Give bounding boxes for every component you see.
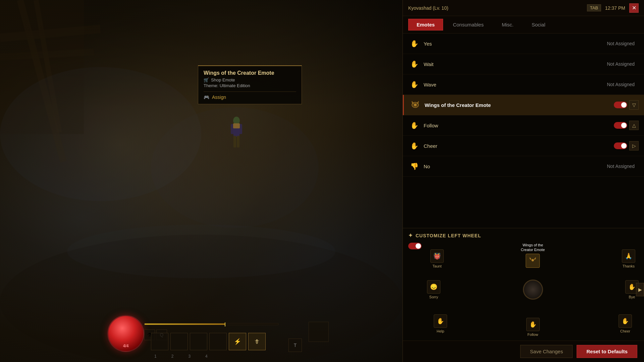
emote-row-yes[interactable]: ✋ Yes Not Assigned: [403, 34, 644, 54]
wheel-item-cheer[interactable]: ✋ Cheer: [619, 314, 632, 333]
wheel-item-taunt[interactable]: 👹 Taunt: [430, 249, 444, 268]
wheel-icon-thanks[interactable]: 🙏: [622, 249, 635, 263]
player-info: Kyovashad (Lv. 10): [408, 5, 448, 11]
save-changes-button[interactable]: Save Changes: [520, 345, 573, 358]
wheel-icon-taunt[interactable]: 👹: [430, 249, 444, 263]
assign-button[interactable]: 🎮 Assign: [204, 95, 296, 100]
tooltip-theme: Theme: Ultimate Edition: [204, 83, 296, 88]
footer-bar: Save Changes Reset to Defaults: [403, 341, 644, 362]
customize-header: ✦ CUSTOMIZE LEFT WHEEL: [408, 232, 639, 239]
emote-name-yes: Yes: [424, 41, 607, 47]
tab-social[interactable]: Social: [523, 19, 554, 31]
shop-icon: 🛒: [204, 77, 209, 82]
wheel-icon-cheer[interactable]: ✋: [619, 314, 632, 328]
reset-defaults-button[interactable]: Reset to Defaults: [577, 345, 637, 358]
assign-icon: 🎮: [204, 95, 209, 100]
emote-status-no: Not Assigned: [607, 164, 635, 169]
emote-status-wave: Not Assigned: [607, 82, 635, 87]
emote-icon-wave: ✋: [408, 78, 420, 90]
emote-row-wait[interactable]: ✋ Wait Not Assigned: [403, 54, 644, 74]
wheel-icon-sorry[interactable]: 😞: [427, 280, 440, 294]
emote-row-cheer[interactable]: ✋ Cheer ▷: [403, 136, 644, 156]
emote-icon-wings: [409, 99, 421, 111]
svg-point-17: [414, 104, 417, 106]
wheel-icon-help[interactable]: ✋: [434, 314, 447, 328]
wheel-item-sorry[interactable]: 😞 Sorry: [427, 280, 440, 299]
top-bar-right: TAB 12:37 PM ✕: [587, 3, 639, 13]
wheel-label-top: Wings of theCreator Emote: [521, 243, 545, 252]
wheel-toggle-area: [408, 243, 422, 249]
svg-rect-13: [233, 136, 236, 147]
svg-rect-15: [233, 123, 240, 128]
toggle-switch-follow[interactable]: [614, 122, 627, 129]
emotes-panel: Kyovashad (Lv. 10) TAB 12:37 PM ✕ Emotes…: [402, 0, 644, 362]
toggle-switch-cheer[interactable]: [614, 142, 627, 149]
emote-name-wait: Wait: [424, 61, 607, 67]
emote-toggle-cheer[interactable]: ▷: [614, 141, 639, 150]
emote-name-wings: Wings of the Creator Emote: [425, 102, 614, 108]
emote-name-no: No: [424, 164, 607, 169]
wheel-area: Wings of theCreator Emote 🙏 Thanks: [408, 243, 639, 337]
tab-misc[interactable]: Misc.: [493, 19, 522, 31]
wheel-label-help: Help: [437, 329, 444, 333]
toggle-switch-wings[interactable]: [614, 102, 627, 108]
emote-status-wait: Not Assigned: [607, 61, 635, 67]
time-display: 12:37 PM: [605, 5, 625, 11]
tab-emotes[interactable]: Emotes: [408, 19, 443, 31]
wheel-label-bye: Bye: [629, 295, 635, 299]
panel-top-bar: Kyovashad (Lv. 10) TAB 12:37 PM ✕: [403, 0, 644, 16]
wheel-label-thanks: Thanks: [623, 264, 635, 268]
game-background: [0, 0, 402, 362]
player-character: [228, 114, 245, 154]
tab-bar: Emotes Consumables Misc. Social: [403, 16, 644, 34]
emote-icon-cheer: ✋: [408, 140, 420, 152]
bg-structures: [0, 0, 402, 362]
wheel-label-cheer: Cheer: [620, 329, 630, 333]
emote-toggle-wings[interactable]: ▽: [614, 100, 639, 110]
assign-label: Assign: [212, 95, 226, 100]
tab-consumables[interactable]: Consumables: [444, 19, 492, 31]
close-button[interactable]: ✕: [629, 3, 639, 13]
next-wheel-button[interactable]: ▶: [636, 283, 644, 296]
wheel-container: Wings of theCreator Emote 🙏 Thanks: [427, 243, 639, 337]
key-badge-follow: △: [629, 121, 639, 130]
wheel-label-taunt: Taunt: [433, 264, 442, 268]
wheel-enable-toggle[interactable]: [408, 243, 422, 249]
emote-status-yes: Not Assigned: [607, 41, 635, 46]
wheel-label-sorry: Sorry: [429, 295, 438, 299]
emote-name-wave: Wave: [424, 82, 607, 87]
emote-row-wave[interactable]: ✋ Wave Not Assigned: [403, 74, 644, 95]
customize-title: CUSTOMIZE LEFT WHEEL: [416, 233, 481, 238]
emote-icon-wait: ✋: [408, 58, 420, 70]
tooltip-title: Wings of the Creator Emote: [204, 70, 296, 76]
emote-icon-follow: ✋: [408, 119, 420, 131]
svg-point-8: [67, 225, 335, 278]
wheel-icon-top[interactable]: [526, 254, 540, 268]
emotes-list[interactable]: ✋ Yes Not Assigned ✋ Wait Not Assigned ✋…: [403, 34, 644, 228]
emote-row-wings[interactable]: Wings of the Creator Emote ▽: [403, 95, 644, 115]
emote-icon-no: 👎: [408, 160, 420, 172]
svg-point-18: [532, 259, 534, 261]
svg-rect-14: [237, 136, 239, 147]
wheel-icon-follow[interactable]: ✋: [526, 318, 540, 331]
emote-icon-yes: ✋: [408, 38, 420, 50]
emote-toggle-follow[interactable]: △: [614, 121, 639, 130]
emote-row-no[interactable]: 👎 No Not Assigned: [403, 156, 644, 177]
wheel-center: [523, 280, 543, 300]
tab-indicator: TAB: [587, 4, 601, 11]
emote-tooltip: Wings of the Creator Emote 🛒 Shop Emote …: [198, 65, 302, 104]
customize-wheel-section: ✦ CUSTOMIZE LEFT WHEEL Wings of theCreat…: [403, 228, 644, 341]
customize-icon: ✦: [408, 232, 413, 239]
wheel-item-help[interactable]: ✋ Help: [434, 314, 447, 333]
wheel-item-follow[interactable]: ✋ Follow: [526, 318, 540, 337]
emote-name-follow: Follow: [424, 123, 614, 128]
key-badge-cheer: ▷: [629, 141, 639, 150]
emote-name-cheer: Cheer: [424, 143, 614, 149]
wheel-item-thanks[interactable]: 🙏 Thanks: [622, 249, 635, 268]
wheel-label-follow: Follow: [528, 333, 538, 337]
wheel-item-top[interactable]: Wings of theCreator Emote: [521, 243, 545, 268]
tooltip-shop: 🛒 Shop Emote: [204, 77, 296, 82]
key-badge-wings: ▽: [629, 100, 639, 110]
emote-row-follow[interactable]: ✋ Follow △: [403, 115, 644, 136]
